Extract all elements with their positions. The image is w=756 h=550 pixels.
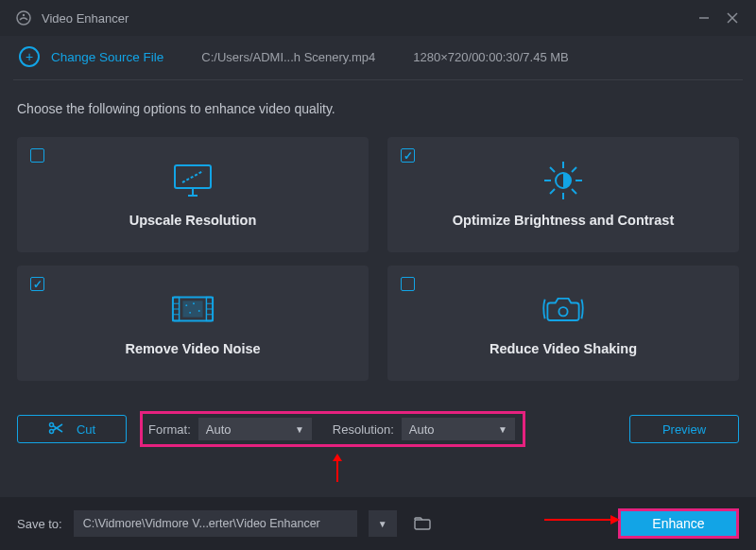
- sun-icon: [541, 162, 586, 199]
- card-label: Optimize Brightness and Contrast: [453, 213, 674, 228]
- svg-point-1: [23, 14, 25, 16]
- format-resolution-highlight: Format: Auto ▼ Resolution: Auto ▼: [140, 411, 525, 447]
- resolution-label: Resolution:: [333, 422, 394, 437]
- enhance-label: Enhance: [652, 516, 704, 531]
- browse-folder-button[interactable]: [408, 510, 437, 537]
- checkbox-upscale[interactable]: [30, 148, 44, 163]
- svg-rect-27: [182, 301, 202, 317]
- save-to-label: Save to:: [17, 517, 62, 531]
- preview-button[interactable]: Preview: [629, 415, 739, 443]
- app-title: Video Enhancer: [42, 11, 129, 26]
- svg-line-17: [550, 189, 555, 194]
- instruction-text: Choose the following options to enhance …: [17, 101, 739, 116]
- svg-point-28: [185, 304, 187, 306]
- source-file-info: 1280×720/00:00:30/7.45 MB: [413, 50, 568, 64]
- annotation-arrow-1: [331, 454, 344, 482]
- svg-point-31: [189, 312, 191, 314]
- format-label: Format:: [148, 422, 191, 437]
- source-toolbar: + Change Source File C:/Users/ADMI...h S…: [0, 36, 756, 77]
- svg-point-29: [193, 302, 195, 304]
- preview-label: Preview: [662, 422, 706, 437]
- card-brightness-contrast[interactable]: Optimize Brightness and Contrast: [387, 137, 739, 252]
- film-icon: [170, 290, 215, 328]
- card-label: Upscale Resolution: [129, 213, 257, 228]
- monitor-icon: [170, 162, 215, 199]
- change-source-label: Change Source File: [51, 50, 163, 64]
- source-file-path: C:/Users/ADMI...h Scenery.mp4: [201, 50, 375, 64]
- checkbox-brightness[interactable]: [401, 148, 415, 163]
- svg-marker-39: [333, 454, 342, 461]
- svg-point-32: [558, 307, 567, 316]
- card-reduce-shaking[interactable]: Reduce Video Shaking: [387, 266, 739, 381]
- add-icon: +: [19, 46, 40, 67]
- svg-point-30: [198, 310, 200, 312]
- enhance-button[interactable]: Enhance: [618, 508, 739, 539]
- save-path-value: C:\Vidmore\Vidmore V...erter\Video Enhan…: [83, 517, 320, 530]
- content-area: Choose the following options to enhance …: [0, 80, 756, 390]
- card-remove-noise[interactable]: Remove Video Noise: [17, 266, 369, 381]
- close-button[interactable]: [718, 4, 747, 32]
- format-select[interactable]: Auto ▼: [198, 418, 312, 440]
- chevron-down-icon: ▼: [295, 424, 304, 435]
- save-path-dropdown[interactable]: ▼: [369, 510, 397, 537]
- scissors-icon: [48, 421, 63, 438]
- resolution-value: Auto: [409, 422, 435, 437]
- card-label: Remove Video Noise: [125, 341, 260, 356]
- svg-rect-37: [415, 520, 430, 529]
- title-bar: Video Enhancer: [0, 0, 756, 36]
- card-upscale-resolution[interactable]: Upscale Resolution: [17, 137, 369, 252]
- card-label: Reduce Video Shaking: [490, 341, 637, 356]
- svg-line-16: [572, 167, 576, 172]
- checkbox-shaking[interactable]: [401, 277, 415, 291]
- svg-line-6: [182, 171, 203, 182]
- format-value: Auto: [206, 422, 232, 437]
- cut-label: Cut: [77, 422, 95, 437]
- svg-line-15: [572, 189, 576, 194]
- camera-shake-icon: [541, 290, 586, 328]
- option-grid: Upscale Resolution: [17, 137, 739, 381]
- app-icon: [15, 9, 32, 26]
- cut-button[interactable]: Cut: [17, 415, 127, 443]
- resolution-select[interactable]: Auto ▼: [402, 418, 515, 440]
- chevron-down-icon: ▼: [378, 519, 387, 529]
- save-path-input[interactable]: C:\Vidmore\Vidmore V...erter\Video Enhan…: [74, 510, 357, 537]
- change-source-file-button[interactable]: + Change Source File: [19, 46, 163, 67]
- folder-icon: [414, 517, 431, 530]
- chevron-down-icon: ▼: [498, 424, 507, 435]
- svg-line-14: [550, 167, 555, 172]
- checkbox-noise[interactable]: [30, 277, 44, 291]
- footer: Save to: C:\Vidmore\Vidmore V...erter\Vi…: [0, 497, 756, 550]
- controls-row: Cut Format: Auto ▼ Resolution: Auto ▼ Pr…: [0, 390, 756, 453]
- minimize-button[interactable]: [690, 4, 718, 32]
